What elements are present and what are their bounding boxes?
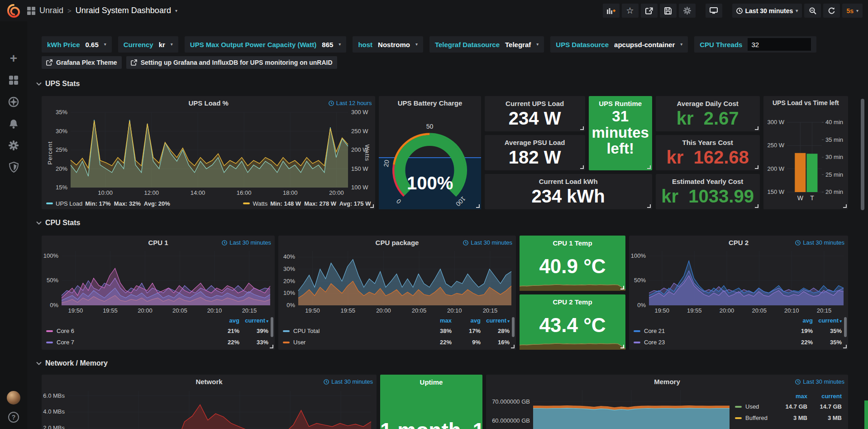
dashboard-settings-button[interactable] xyxy=(679,4,696,18)
cycle-view-mode-button[interactable] xyxy=(706,4,722,18)
chevron-down-icon[interactable]: ▾ xyxy=(175,9,177,13)
panel-title[interactable]: CPU 2 Temp xyxy=(520,294,625,306)
breadcrumb-folder[interactable]: Unraid xyxy=(39,6,63,15)
panel-title[interactable]: Memory xyxy=(486,378,848,386)
panel-title[interactable]: Uptime xyxy=(380,375,482,386)
row-header-ups-stats[interactable]: UPS Stats xyxy=(36,80,80,88)
cpu-package-chart[interactable]: 19:5019:5520:0020:0520:1020:1540%30%20%1… xyxy=(278,248,516,315)
sidebar-item-explore[interactable] xyxy=(0,91,27,113)
legend-name[interactable]: Core 7 xyxy=(46,339,210,346)
legend-name[interactable]: Core 21 xyxy=(634,328,784,334)
ups-load-chart[interactable]: Percent Watts 10:0012:0014:0016:0018:002… xyxy=(42,109,375,198)
panel-time-override[interactable]: Last 30 minutes xyxy=(463,239,512,246)
sidebar-item-server-admin[interactable] xyxy=(0,156,27,178)
legend-name[interactable]: Core 23 xyxy=(634,339,784,346)
legend-swatch xyxy=(243,202,250,204)
panel-time-override[interactable]: Last 30 minutes xyxy=(324,378,373,385)
sidebar-item-alerting[interactable] xyxy=(0,113,27,135)
svg-text:20:10: 20:10 xyxy=(207,307,222,314)
legend-header[interactable]: avg xyxy=(210,317,239,324)
legend-name[interactable]: CPU Total xyxy=(283,328,423,334)
svg-text:25 min: 25 min xyxy=(825,171,843,178)
network-chart[interactable]: 6.0 MBs4.0 MBs2.0 MBs xyxy=(42,387,377,429)
apps-grid-icon[interactable] xyxy=(27,7,35,15)
legend-header[interactable]: avg xyxy=(784,317,813,324)
legend-header[interactable]: max xyxy=(423,317,452,324)
add-panel-button[interactable] xyxy=(603,4,620,18)
panel-title[interactable]: UPS Runtime xyxy=(599,100,642,107)
legend-header[interactable]: avg xyxy=(452,317,481,324)
legend-header[interactable]: current xyxy=(481,317,510,324)
legend-scrollbar[interactable] xyxy=(271,317,273,337)
legend-name-label: Core 6 xyxy=(57,328,74,334)
sidebar-item-dashboards[interactable] xyxy=(0,69,27,91)
cpu2-chart[interactable]: 19:5019:5520:0020:0520:1020:15100%50%0% xyxy=(629,248,848,315)
refresh-interval-picker[interactable]: 5s ▾ xyxy=(842,4,863,18)
svg-text:20%: 20% xyxy=(56,165,67,172)
legend-item[interactable]: UPS Load Min: 17% Max: 32% Avg: 20% xyxy=(46,200,170,207)
legend-name[interactable]: Core 6 xyxy=(46,328,210,334)
legend-value: 19% xyxy=(784,328,813,334)
memory-chart[interactable]: 70.000000 GB60.000000 GB50.000000 GB xyxy=(486,387,735,429)
legend-name[interactable]: Buffered xyxy=(735,415,773,421)
panel-time-override[interactable]: Last 30 minutes xyxy=(795,239,844,246)
svg-text:100: 100 xyxy=(454,195,467,208)
svg-text:0%: 0% xyxy=(50,302,58,308)
variable-value: 0.65 xyxy=(86,41,99,48)
legend-header[interactable]: current xyxy=(239,317,268,324)
legend-header[interactable]: current xyxy=(807,393,842,400)
panel-title[interactable]: UPS Battery Charge xyxy=(379,99,481,107)
chevron-down-icon xyxy=(36,362,42,365)
panel-title[interactable]: CPU 1 Temp xyxy=(520,236,625,247)
panel-cpu1-graph: CPU 1 Last 30 minutes 19:5019:5520:0020:… xyxy=(42,236,275,350)
cpu1-chart[interactable]: 19:5019:5520:0020:0520:1020:15100%50%0% xyxy=(42,248,275,315)
time-override-label: Last 30 minutes xyxy=(229,239,271,246)
grafana-logo[interactable] xyxy=(0,0,27,21)
legend-value: 14.7 GB xyxy=(807,403,842,410)
panel-time-override[interactable]: Last 30 minutes xyxy=(795,378,844,385)
legend-scrollbar[interactable] xyxy=(512,317,515,337)
time-override-label: Last 30 minutes xyxy=(803,239,844,246)
svg-text:0%: 0% xyxy=(286,302,295,308)
variable-host[interactable]: host Nostromo ▾ xyxy=(353,36,423,53)
sidebar-item-create[interactable]: + xyxy=(0,48,27,69)
time-range-picker[interactable]: Last 30 minutes ▾ xyxy=(732,4,802,18)
legend-item[interactable]: Watts Min: 148 W Max: 278 W Avg: 175 W xyxy=(243,200,371,207)
legend-header[interactable]: max xyxy=(773,393,807,400)
variable-ups-datasource[interactable]: UPS Datasource apcupsd-container ▾ xyxy=(550,36,688,53)
legend-name[interactable]: User xyxy=(283,339,423,346)
star-dashboard-button[interactable]: ☆ xyxy=(622,4,639,18)
legend-name[interactable]: Used xyxy=(735,403,773,410)
page-scrollbar-thumb[interactable] xyxy=(861,99,864,210)
save-dashboard-button[interactable] xyxy=(660,4,677,18)
link-ups-monitoring-guide[interactable]: Setting up Grafana and InfluxDB for UPS … xyxy=(126,56,337,69)
legend-header[interactable]: current xyxy=(813,317,842,324)
variable-label: CPU Threads xyxy=(700,41,742,48)
variable-currency[interactable]: Currency kr ▾ xyxy=(118,36,178,53)
panel-time-override[interactable]: Last 30 minutes xyxy=(222,239,271,246)
variable-telegraf-datasource[interactable]: Telegraf Datasource Telegraf ▾ xyxy=(429,36,544,53)
sidebar-item-configuration[interactable] xyxy=(0,135,27,156)
panel-time-override[interactable]: Last 12 hours xyxy=(329,100,372,106)
share-dashboard-button[interactable] xyxy=(641,4,658,18)
zoom-out-button[interactable] xyxy=(804,4,821,18)
svg-text:6.0 MBs: 6.0 MBs xyxy=(43,392,65,399)
link-grafana-plex-theme[interactable]: Grafana Plex Theme xyxy=(42,56,122,69)
stat-value: 1 month, 1 xyxy=(380,418,482,429)
user-avatar[interactable] xyxy=(7,391,20,405)
clock-icon xyxy=(795,240,801,246)
row-header-cpu-stats[interactable]: CPU Stats xyxy=(36,219,80,227)
panel-title[interactable]: UPS Load % xyxy=(42,99,375,107)
svg-text:300 W: 300 W xyxy=(767,119,784,125)
legend-scrollbar[interactable] xyxy=(844,317,847,337)
panel-title[interactable]: UPS Load vs Time left xyxy=(763,99,848,106)
grafana-logo-icon xyxy=(7,4,20,18)
help-button[interactable]: ? xyxy=(8,412,19,423)
refresh-button[interactable] xyxy=(823,4,840,18)
variable-kwh-price[interactable]: kWh Price 0.65 ▾ xyxy=(42,36,112,53)
row-header-network-memory[interactable]: Network / Memory xyxy=(36,359,108,367)
dashboard-title[interactable]: Unraid System Dashboard xyxy=(76,6,171,15)
variable-ups-max-output[interactable]: UPS Max Output Power Capacity (Watt) 865… xyxy=(185,36,347,53)
top-nav: Unraid > Unraid System Dashboard ▾ ☆ xyxy=(0,0,868,21)
cpu-threads-input[interactable] xyxy=(748,38,811,51)
